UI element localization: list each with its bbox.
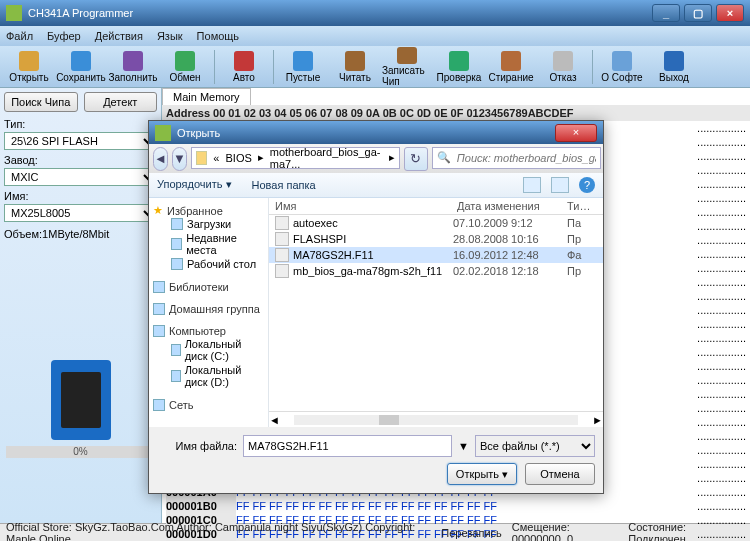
nav-back-button[interactable]: ◄ [153,147,168,171]
find-chip-button[interactable]: Поиск Чипа [4,92,78,112]
Отказ-icon [553,51,573,71]
status-offset: Смещение: 00000000, 0 [512,521,618,542]
filename-input[interactable] [243,435,452,457]
sidebar-group-Компьютер[interactable]: Компьютер [153,325,264,337]
search-icon: 🔍 [437,151,451,164]
folder-icon [196,151,208,165]
breadcrumb[interactable]: « BIOS▸ motherboard_bios_ga-ma7...▸ [191,147,400,169]
window-title: CH341A Programmer [28,7,652,19]
sidebar-item[interactable]: Локальный диск (D:) [153,363,264,389]
volume-label: Объем: [4,228,42,240]
menu-язык[interactable]: Язык [157,30,183,42]
star-icon: ★ [153,204,163,217]
hex-header: Address 00 01 02 03 04 05 06 07 08 09 0A… [166,107,573,119]
menu-буфер[interactable]: Буфер [47,30,81,42]
status-bar: Official Store: SkyGz.TaoBao.Com Author:… [0,523,750,541]
Обмен-icon [175,51,195,71]
sidebar-group-Домашняя группа[interactable]: Домашняя группа [153,303,264,315]
toolbar-Обмен[interactable]: Обмен [160,47,210,87]
dialog-sidebar: ★ИзбранноеЗагрузкиНедавние местаРабочий … [149,198,269,427]
file-item[interactable]: mb_bios_ga-ma78gm-s2h_f1102.02.2018 12:1… [269,263,603,279]
toolbar-Пустые[interactable]: Пустые [278,47,328,87]
file-icon [275,216,289,230]
file-item[interactable]: FLASHSPI28.08.2008 10:16Пр [269,231,603,247]
mfg-select[interactable]: MXIC [4,168,157,186]
status-state: Состояние: Подключен. [628,521,734,542]
new-folder-button[interactable]: Новая папка [252,179,316,191]
toolbar-Заполнить[interactable]: Заполнить [108,47,158,87]
hex-row[interactable]: 000001B0 FF FF FF FF FF FF FF FF FF FF F… [162,499,750,513]
Заполнить-icon [123,51,143,71]
sidebar-group-Библиотеки[interactable]: Библиотеки [153,281,264,293]
name-label: Имя: [4,190,157,202]
sidebar-item[interactable]: Рабочий стол [153,257,264,271]
Записать Чип-icon [397,47,417,64]
toolbar-Читать[interactable]: Читать [330,47,380,87]
organize-menu[interactable]: Упорядочить ▾ [157,178,232,191]
menu-помощь[interactable]: Помощь [197,30,240,42]
toolbar-Авто[interactable]: Авто [219,47,269,87]
status-rewrite: Перезапись [441,527,502,539]
minimize-button[interactable]: _ [652,4,680,22]
file-icon [275,248,289,262]
sidebar-group-Избранное[interactable]: ★Избранное [153,204,264,217]
file-item[interactable]: MA78GS2H.F1116.09.2012 12:48Фа [269,247,603,263]
horizontal-scrollbar[interactable]: ◄► [269,411,603,427]
toolbar-Открыть[interactable]: Открыть [4,47,54,87]
toolbar-Выход[interactable]: Выход [649,47,699,87]
close-button[interactable]: × [716,4,744,22]
nav-forward-button[interactable]: ▼ [172,147,187,171]
file-icon [275,232,289,246]
window-titlebar: CH341A Programmer _ ▢ × [0,0,750,26]
Читать-icon [345,51,365,71]
status-left: Official Store: SkyGz.TaoBao.Com Author:… [6,521,421,542]
toolbar-Стирание[interactable]: Стирание [486,47,536,87]
toolbar-О Софте[interactable]: О Софте [597,47,647,87]
dialog-titlebar: Открыть × [149,121,603,144]
Проверка-icon [449,51,469,71]
tab-main-memory[interactable]: Main Memory [162,88,251,105]
cancel-button[interactable]: Отмена [525,463,595,485]
file-list-header: Имя Дата изменения Ти… [269,198,603,215]
dialog-close-button[interactable]: × [555,124,597,142]
sidebar-group-Сеть[interactable]: Сеть [153,399,264,411]
file-item[interactable]: autoexec07.10.2009 9:12Па [269,215,603,231]
volume-value: 1MByte/8Mbit [42,228,109,240]
app-icon [6,5,22,21]
toolbar-Записать Чип[interactable]: Записать Чип [382,47,432,87]
col-type[interactable]: Ти… [567,200,597,212]
search-input[interactable] [457,152,596,164]
Стирание-icon [501,51,521,71]
type-select[interactable]: 25\26 SPI FLASH [4,132,157,150]
sidebar-item[interactable]: Загрузки [153,217,264,231]
help-icon[interactable]: ? [579,177,595,193]
filename-dropdown[interactable]: ▼ [458,440,469,452]
file-icon [275,264,289,278]
dialog-icon [155,125,171,141]
chip-graphic [51,360,111,440]
detect-button[interactable]: Детект [84,92,158,112]
toolbar-Сохранить[interactable]: Сохранить [56,47,106,87]
dialog-title: Открыть [177,127,555,139]
toolbar-Отказ[interactable]: Отказ [538,47,588,87]
col-date[interactable]: Дата изменения [457,200,567,212]
preview-pane-button[interactable] [551,177,569,193]
refresh-button[interactable]: ↻ [404,147,428,171]
open-button[interactable]: Открыть ▾ [447,463,517,485]
name-select[interactable]: MX25L8005 [4,204,157,222]
col-name[interactable]: Имя [275,200,457,212]
toolbar: ОткрытьСохранитьЗаполнитьОбменАвтоПустые… [0,46,750,88]
file-list[interactable]: autoexec07.10.2009 9:12ПаFLASHSPI28.08.2… [269,215,603,411]
mfg-label: Завод: [4,154,157,166]
maximize-button[interactable]: ▢ [684,4,712,22]
filename-label: Имя файла: [157,440,237,452]
view-options-button[interactable] [523,177,541,193]
filetype-select[interactable]: Все файлы (*.*) [475,435,595,457]
sidebar-item[interactable]: Недавние места [153,231,264,257]
menu-bar: ФайлБуферДействияЯзыкПомощь [0,26,750,46]
menu-действия[interactable]: Действия [95,30,143,42]
Сохранить-icon [71,51,91,71]
sidebar-item[interactable]: Локальный диск (C:) [153,337,264,363]
toolbar-Проверка[interactable]: Проверка [434,47,484,87]
menu-файл[interactable]: Файл [6,30,33,42]
